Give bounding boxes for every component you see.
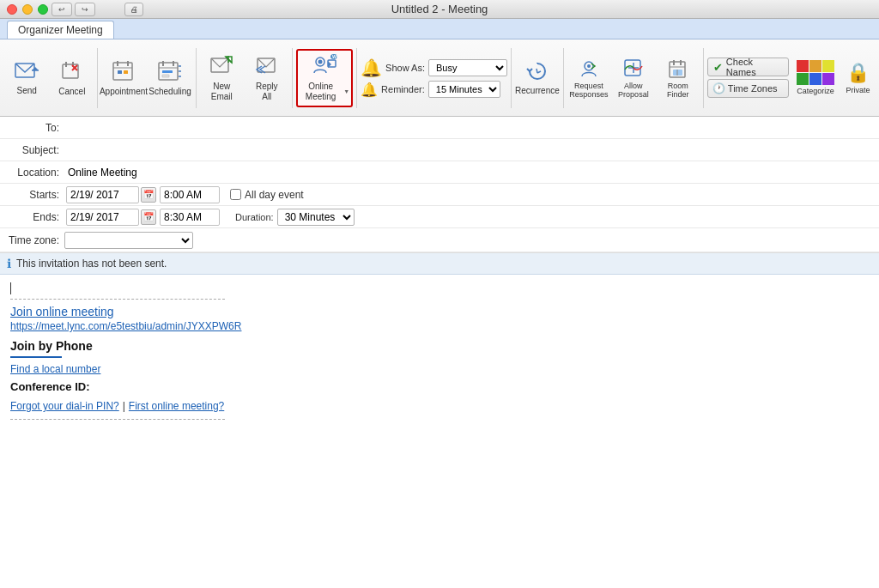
window-title: Untitled 2 - Meeting [391, 3, 488, 15]
time-zones-button[interactable]: 🕐 Time Zones [707, 79, 789, 98]
ends-label: Ends: [0, 211, 64, 223]
svg-rect-12 [118, 70, 122, 74]
scheduling-button[interactable]: Scheduling [148, 49, 192, 107]
appointment-label: Appointment [100, 87, 148, 97]
cancel-icon [61, 59, 83, 85]
allow-proposal-label: Allow Proposal [615, 82, 652, 99]
new-email-icon [209, 54, 233, 80]
organizer-meeting-tab[interactable]: Organizer Meeting [7, 21, 114, 39]
subject-input[interactable] [64, 140, 879, 161]
show-as-label: Show As: [385, 63, 425, 73]
reminder-bell-icon: 🔔 [361, 82, 378, 98]
text-cursor [10, 282, 11, 294]
form-area: To: Subject: Location: Starts: 📅 All day… [0, 117, 879, 253]
find-local-number-link[interactable]: Find a local number [10, 363, 100, 375]
svg-rect-13 [124, 70, 128, 74]
recurrence-button[interactable]: Recurrence [515, 49, 560, 107]
separator-top [10, 299, 225, 300]
show-as-select[interactable]: Busy Free Tentative Out of Office [428, 59, 507, 76]
window-controls: ↩ ↪ [52, 3, 95, 16]
starts-time-input[interactable] [160, 186, 220, 203]
new-email-button[interactable]: NewEmail [200, 49, 244, 107]
ends-calendar-button[interactable]: 📅 [141, 209, 156, 225]
close-button[interactable] [7, 4, 17, 15]
meeting-url-link[interactable]: https://meet.lync.com/e5testbiu/admin/JY… [10, 320, 241, 332]
location-input[interactable] [64, 162, 879, 183]
reminder-label: Reminder: [381, 84, 425, 94]
categorize-icon [797, 60, 834, 85]
starts-date-input[interactable] [66, 186, 139, 203]
appointment-button[interactable]: Appointment [101, 49, 146, 107]
tab-bar: Organizer Meeting [0, 19, 879, 39]
timezone-label: Time zone: [0, 234, 64, 246]
categorize-label: Categorize [797, 87, 834, 95]
bell-icon: 🔔 [361, 58, 382, 78]
maximize-button[interactable] [38, 4, 48, 15]
location-row: Location: [0, 161, 879, 184]
svg-text:WWW: WWW [332, 54, 337, 59]
private-button[interactable]: 🔒 Private [842, 49, 874, 107]
to-label: To: [0, 122, 64, 134]
duration-label: Duration: [235, 212, 274, 222]
names-zones-group: ✔ Check Names 🕐 Time Zones [707, 49, 789, 107]
info-bar: ℹ This invitation has not been sent. [0, 253, 879, 275]
all-day-event-label[interactable]: All day event [230, 189, 304, 201]
ends-row: Ends: 📅 Duration: 30 Minutes 15 Minutes … [0, 206, 879, 228]
starts-calendar-button[interactable]: 📅 [141, 187, 156, 203]
separator-pipe: | [123, 400, 125, 412]
room-finder-button[interactable]: Room Finder [657, 52, 700, 104]
allow-proposal-icon [622, 58, 645, 82]
ribbon: Send Cancel Appointme [0, 39, 879, 117]
location-label: Location: [0, 167, 64, 179]
all-day-checkbox[interactable] [230, 189, 241, 200]
info-icon: ℹ [7, 257, 11, 270]
subject-row: Subject: [0, 139, 879, 161]
room-finder-icon [667, 58, 689, 82]
online-meeting-button[interactable]: WWW Online Meeting ▼ [296, 49, 353, 107]
subject-label: Subject: [0, 144, 64, 156]
separator-bottom [10, 419, 225, 420]
online-meeting-dropdown-arrow: ▼ [343, 88, 349, 94]
svg-rect-8 [113, 63, 132, 80]
timezone-select[interactable]: Eastern Time Pacific Time UTC [64, 232, 193, 249]
duration-select[interactable]: 30 Minutes 15 Minutes 1 Hour [277, 209, 355, 226]
recurrence-label: Recurrence [515, 86, 560, 95]
online-meeting-icon: WWW [312, 54, 337, 80]
show-reminder-group: 🔔 Show As: Busy Free Tentative Out of Of… [361, 49, 507, 107]
cursor-line [10, 282, 869, 295]
check-names-button[interactable]: ✔ Check Names [707, 58, 789, 76]
body-area[interactable]: Join online meeting https://meet.lync.co… [0, 275, 879, 588]
join-by-phone-heading: Join by Phone [10, 339, 869, 353]
cancel-button[interactable]: Cancel [51, 49, 94, 107]
redo-button[interactable]: ↪ [75, 3, 95, 16]
print-button[interactable]: 🖨 [124, 3, 143, 16]
ends-date-input[interactable] [66, 209, 139, 226]
to-input[interactable] [64, 118, 879, 138]
request-responses-button[interactable]: Request Responses [567, 52, 610, 104]
online-meeting-label: Online Meeting [300, 82, 342, 102]
svg-rect-19 [162, 75, 169, 77]
private-label: Private [846, 86, 870, 94]
reminder-select[interactable]: 15 Minutes 5 Minutes 30 Minutes 1 Hour [428, 81, 500, 98]
allow-proposal-button[interactable]: Allow Proposal [612, 52, 655, 104]
scheduling-icon [158, 59, 182, 85]
traffic-lights [7, 4, 48, 15]
reply-all-button[interactable]: ReplyAll [246, 49, 289, 107]
send-label: Send [17, 86, 37, 96]
forgot-pin-link[interactable]: Forgot your dial-in PIN? [10, 400, 119, 412]
send-icon [15, 60, 39, 84]
undo-button[interactable]: ↩ [52, 3, 72, 16]
svg-point-29 [318, 59, 323, 64]
categorize-button[interactable]: Categorize [791, 49, 840, 107]
appointment-icon [112, 59, 136, 85]
send-button[interactable]: Send [5, 49, 49, 107]
request-responses-icon [578, 58, 600, 82]
join-online-meeting-link[interactable]: Join online meeting [10, 305, 114, 318]
phone-divider [10, 356, 62, 358]
ends-time-input[interactable] [160, 209, 220, 226]
minimize-button[interactable] [22, 4, 33, 15]
svg-rect-18 [162, 70, 173, 73]
first-online-meeting-link[interactable]: First online meeting? [129, 400, 224, 412]
cancel-label: Cancel [58, 87, 85, 97]
reply-all-label: ReplyAll [256, 82, 278, 102]
